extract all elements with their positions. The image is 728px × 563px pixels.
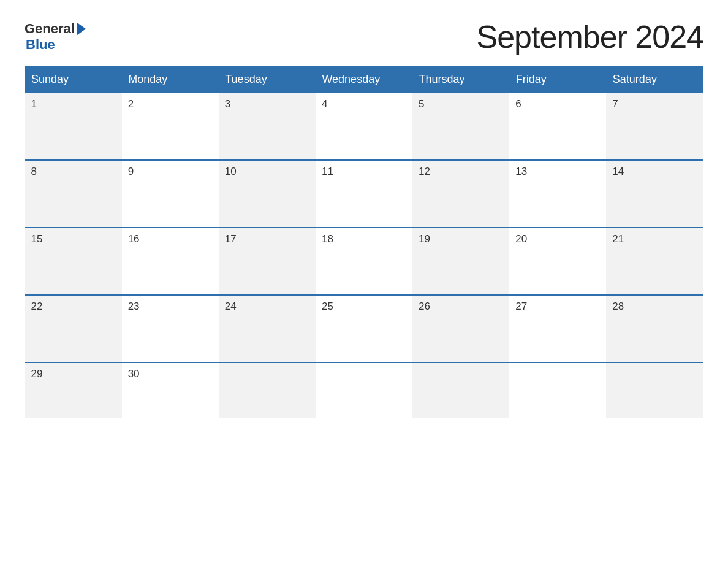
calendar-day-cell: 5 <box>412 93 509 160</box>
calendar-day-cell: 20 <box>509 228 606 295</box>
day-number: 7 <box>612 98 618 110</box>
days-of-week-row: SundayMondayTuesdayWednesdayThursdayFrid… <box>25 67 703 93</box>
day-number: 12 <box>419 166 430 177</box>
calendar-day-cell: 10 <box>219 160 316 228</box>
day-number: 24 <box>225 301 237 312</box>
logo-general-text: General <box>25 21 75 37</box>
day-of-week-header: Saturday <box>606 67 703 93</box>
day-of-week-header: Wednesday <box>316 67 412 93</box>
calendar-day-cell: 15 <box>25 228 122 295</box>
calendar-day-cell: 11 <box>316 160 412 228</box>
calendar-day-cell: 13 <box>509 160 606 228</box>
calendar-week-row: 2930 <box>25 362 703 418</box>
calendar-day-cell: 26 <box>412 295 509 362</box>
calendar-day-cell: 29 <box>25 362 122 418</box>
calendar-day-cell: 8 <box>25 160 122 228</box>
calendar-week-row: 891011121314 <box>25 160 703 228</box>
day-number: 25 <box>322 301 333 312</box>
day-number: 14 <box>612 166 624 177</box>
calendar-day-cell: 3 <box>219 93 316 160</box>
day-number: 11 <box>322 166 333 177</box>
calendar-day-cell: 4 <box>316 93 412 160</box>
day-number: 21 <box>612 233 624 245</box>
day-of-week-header: Sunday <box>25 67 122 93</box>
day-number: 19 <box>419 233 430 245</box>
calendar-week-row: 1234567 <box>25 93 703 160</box>
day-number: 16 <box>128 233 140 245</box>
calendar-day-cell: 2 <box>122 93 219 160</box>
day-number: 18 <box>322 233 333 245</box>
day-number: 8 <box>31 166 37 177</box>
calendar-day-cell: 16 <box>122 228 219 295</box>
calendar-day-cell: 19 <box>412 228 509 295</box>
calendar-day-cell: 27 <box>509 295 606 362</box>
calendar-day-cell: 7 <box>606 93 703 160</box>
day-number: 27 <box>515 301 527 312</box>
calendar-body: 1234567891011121314151617181920212223242… <box>25 93 703 418</box>
calendar-day-cell <box>219 362 316 418</box>
calendar-day-cell: 12 <box>412 160 509 228</box>
calendar-day-cell: 6 <box>509 93 606 160</box>
logo-general: General <box>25 21 86 37</box>
logo-triangle-icon <box>77 23 86 35</box>
calendar-day-cell: 23 <box>122 295 219 362</box>
month-title: September 2024 <box>477 18 704 55</box>
calendar-day-cell <box>412 362 509 418</box>
calendar-day-cell <box>316 362 412 418</box>
calendar-table: SundayMondayTuesdayWednesdayThursdayFrid… <box>25 66 703 418</box>
day-number: 13 <box>515 166 527 177</box>
day-number: 23 <box>128 301 140 312</box>
day-of-week-header: Monday <box>122 67 219 93</box>
logo-blue-text: Blue <box>26 37 55 53</box>
day-number: 3 <box>225 98 230 110</box>
day-number: 4 <box>322 98 327 110</box>
day-number: 22 <box>31 301 43 312</box>
calendar-day-cell: 1 <box>25 93 122 160</box>
calendar-day-cell: 30 <box>122 362 219 418</box>
calendar-day-cell: 21 <box>606 228 703 295</box>
logo: General Blue <box>25 21 86 53</box>
calendar-day-cell: 25 <box>316 295 412 362</box>
calendar-day-cell: 18 <box>316 228 412 295</box>
day-number: 1 <box>31 98 37 110</box>
calendar-day-cell: 24 <box>219 295 316 362</box>
calendar-day-cell: 9 <box>122 160 219 228</box>
day-number: 2 <box>128 98 134 110</box>
day-of-week-header: Thursday <box>412 67 509 93</box>
day-number: 28 <box>612 301 624 312</box>
calendar-day-cell: 14 <box>606 160 703 228</box>
calendar-week-row: 22232425262728 <box>25 295 703 362</box>
calendar-week-row: 15161718192021 <box>25 228 703 295</box>
calendar-header: SundayMondayTuesdayWednesdayThursdayFrid… <box>25 67 703 93</box>
day-number: 5 <box>419 98 424 110</box>
page-header: General Blue September 2024 <box>25 18 703 55</box>
calendar-day-cell <box>606 362 703 418</box>
day-number: 29 <box>31 368 43 380</box>
day-number: 20 <box>515 233 527 245</box>
calendar-day-cell <box>509 362 606 418</box>
calendar-day-cell: 17 <box>219 228 316 295</box>
day-number: 6 <box>515 98 521 110</box>
day-number: 10 <box>225 166 237 177</box>
day-number: 26 <box>419 301 430 312</box>
day-of-week-header: Friday <box>509 67 606 93</box>
day-number: 17 <box>225 233 237 245</box>
day-number: 9 <box>128 166 134 177</box>
day-number: 30 <box>128 368 140 380</box>
calendar-day-cell: 22 <box>25 295 122 362</box>
calendar-day-cell: 28 <box>606 295 703 362</box>
day-of-week-header: Tuesday <box>219 67 316 93</box>
day-number: 15 <box>31 233 43 245</box>
